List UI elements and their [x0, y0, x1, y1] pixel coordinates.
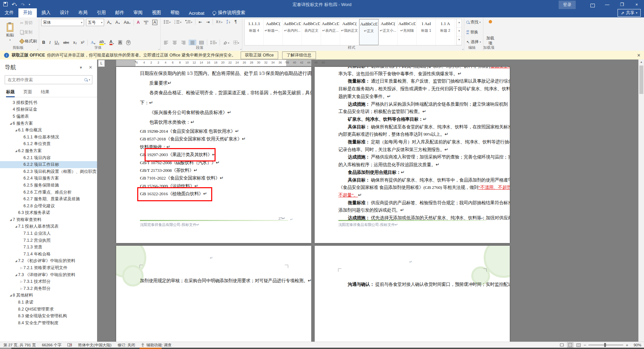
- ribbon-tab-6[interactable]: 引用: [92, 8, 110, 17]
- gallery-up-icon[interactable]: ▲: [457, 19, 462, 28]
- numbering-button[interactable]: 12▾: [173, 19, 182, 24]
- justify-button[interactable]: [189, 40, 196, 45]
- word-count[interactable]: 66266 个字: [42, 343, 61, 348]
- font-dialog-launcher-icon[interactable]: ⌟: [158, 47, 159, 50]
- shrink-font-button[interactable]: A▾: [114, 20, 121, 25]
- nav-heading-item[interactable]: 6.2.4 项目服务方案: [0, 175, 97, 182]
- nav-heading-item[interactable]: ◢7 资格审查资料: [0, 216, 97, 223]
- track-changes-indicator[interactable]: 修订: 关闭: [117, 343, 135, 348]
- character-border-button[interactable]: A: [151, 19, 158, 25]
- ribbon-tab-8[interactable]: 审阅: [129, 8, 147, 17]
- underline-button[interactable]: U▾: [54, 40, 60, 45]
- nav-chevron-down-icon[interactable]: ▼: [79, 66, 83, 70]
- nav-tab-2[interactable]: 页面: [23, 89, 32, 95]
- align-right-button[interactable]: [180, 40, 187, 45]
- asian-layout-button[interactable]: X文▾: [215, 20, 223, 24]
- language-indicator[interactable]: 简体中文(中国大陆): [78, 343, 111, 348]
- style-item[interactable]: AaBbC(↵正文小...: [379, 19, 398, 45]
- ribbon-display-options-icon[interactable]: ˆ: [585, 0, 600, 9]
- minimize-icon[interactable]: —: [600, 0, 615, 9]
- bullets-button[interactable]: ▾: [163, 19, 172, 24]
- nav-heading-item[interactable]: 7.1.1 企业法人: [0, 230, 97, 237]
- nav-tab-1[interactable]: 标题: [6, 89, 15, 95]
- web-layout-icon[interactable]: [576, 343, 581, 347]
- page-indicator[interactable]: 第 27 页, 共 791 页: [3, 343, 36, 348]
- font-name-combo[interactable]: 宋体▾: [41, 19, 84, 26]
- select-button[interactable]: ↖选择▾: [466, 39, 481, 45]
- nav-heading-item[interactable]: ◢8 其他材料: [0, 292, 97, 299]
- ribbon-tab-3[interactable]: 插入: [37, 8, 55, 17]
- zoom-slider-thumb[interactable]: [604, 343, 606, 347]
- tree-arrow-icon[interactable]: ▷: [19, 280, 23, 283]
- find-button[interactable]: 查找▾: [466, 19, 481, 25]
- font-size-combo[interactable]: 五号▾: [86, 19, 104, 26]
- ribbon-tab-5[interactable]: 布局: [74, 8, 92, 17]
- enclose-characters-button[interactable]: 字: [125, 40, 132, 45]
- style-item[interactable]: AaBbCcDdI表内正文: [302, 19, 321, 45]
- nav-heading-item[interactable]: 7.1.4 年检合格: [0, 251, 97, 258]
- nav-heading-item[interactable]: 6.2.2 项目工作目标: [0, 161, 97, 168]
- gallery-more-icon[interactable]: ▼: [457, 36, 462, 45]
- clear-formatting-button[interactable]: A: [136, 20, 141, 25]
- style-item[interactable]: AaBbCcD↵表内列...: [283, 19, 302, 45]
- nav-heading-item[interactable]: 6.2.1 项目内容: [0, 154, 97, 161]
- nav-heading-item[interactable]: 6.1.1 单位基本情况: [0, 134, 97, 141]
- style-item[interactable]: 1.1 A标题 2: [436, 19, 455, 45]
- nav-heading-item[interactable]: 4 投标保证金: [0, 106, 97, 113]
- nav-heading-item[interactable]: 6.2.3 项目机构设置（框图）、岗位职责: [0, 168, 97, 175]
- replace-button[interactable]: abac替换: [466, 29, 481, 35]
- superscript-button[interactable]: x²: [80, 40, 85, 45]
- close-icon[interactable]: ×: [629, 0, 644, 9]
- read-mode-icon[interactable]: [559, 343, 565, 347]
- bold-button[interactable]: B: [41, 40, 46, 45]
- decrease-indent-button[interactable]: ⇤: [197, 19, 203, 25]
- sort-button[interactable]: AZ↓: [225, 19, 231, 24]
- ribbon-tab-2[interactable]: 开始: [18, 8, 37, 17]
- gallery-down-icon[interactable]: ▼: [457, 28, 462, 36]
- paste-button[interactable]: 粘贴 ▾: [3, 19, 17, 45]
- nav-heading-item[interactable]: 6.2.5 服务保障措施: [0, 182, 97, 189]
- ribbon-tab-1[interactable]: 文件: [0, 8, 18, 17]
- nav-heading-item[interactable]: ◢7.3 《详细评审》中响应的资料: [0, 271, 97, 278]
- save-icon[interactable]: [3, 0, 8, 9]
- style-item[interactable]: 1 AaI标题 1: [417, 19, 436, 45]
- tree-arrow-icon[interactable]: ◢: [9, 122, 13, 125]
- get-genuine-office-button[interactable]: 获取正版 Office: [241, 51, 278, 59]
- format-painter-button[interactable]: 格式刷: [20, 38, 37, 44]
- document-page-30[interactable]: ↵ 沟通与确认： 提前与各食堂对接人确认收货时间窗口，预留缓冲时间；实时监控配送…: [315, 246, 510, 342]
- redo-icon[interactable]: ↷: [21, 0, 25, 9]
- zoom-slider[interactable]: [588, 345, 623, 345]
- tree-arrow-icon[interactable]: ◢: [9, 294, 13, 297]
- customize-qat-icon[interactable]: ▾: [29, 0, 30, 9]
- print-layout-icon[interactable]: [567, 342, 573, 348]
- style-item[interactable]: AaBbC(↵我的正文: [340, 19, 359, 45]
- login-button[interactable]: 登录: [559, 1, 576, 9]
- proofing-icon[interactable]: [67, 343, 72, 347]
- nav-heading-item[interactable]: ▷7.3.2 商务部分: [0, 285, 97, 292]
- nav-heading-item[interactable]: ◢6.2 服务方案: [0, 147, 97, 154]
- share-button[interactable]: ⇗ 共享 ▾: [618, 9, 641, 17]
- ribbon-tab-9[interactable]: 视图: [147, 8, 166, 17]
- ribbon-tab-4[interactable]: 设计: [55, 8, 74, 17]
- nav-heading-item[interactable]: 7.1.3 资质: [0, 244, 97, 251]
- nav-heading-item[interactable]: 3 授权委托书: [0, 99, 97, 106]
- nav-heading-item[interactable]: 6.2.6 工作重点、难点分析: [0, 189, 97, 196]
- tree-arrow-icon[interactable]: ◢: [9, 218, 13, 221]
- strikethrough-button[interactable]: abc: [62, 40, 70, 45]
- tree-arrow-icon[interactable]: ▷: [19, 287, 23, 290]
- nav-heading-item[interactable]: ▷7.2.1 资格要求证明文件: [0, 264, 97, 271]
- align-center-button[interactable]: [171, 40, 178, 45]
- style-item[interactable]: AaBbC(↵标题一、: [264, 19, 283, 45]
- nav-tab-3[interactable]: 结果: [41, 89, 50, 95]
- nav-heading-item[interactable]: 8.4 安全生产管理制度: [0, 320, 97, 327]
- accessibility-indicator[interactable]: 辅助功能: 调查: [141, 343, 171, 348]
- scrollbar-thumb[interactable]: [639, 66, 643, 94]
- nav-heading-item[interactable]: 6.2.8 合理化建议: [0, 203, 97, 210]
- shading-button[interactable]: ▾: [222, 40, 230, 45]
- multilevel-list-button[interactable]: ▾: [184, 19, 193, 24]
- subscript-button[interactable]: x₂: [72, 40, 78, 45]
- nav-heading-item[interactable]: ◢7.2 《初步评审》中响应的资料: [0, 258, 97, 265]
- nav-heading-item[interactable]: ◢6 服务方案: [0, 120, 97, 127]
- tree-arrow-icon[interactable]: ▷: [19, 266, 23, 269]
- warning-close-icon[interactable]: ✕: [637, 53, 641, 58]
